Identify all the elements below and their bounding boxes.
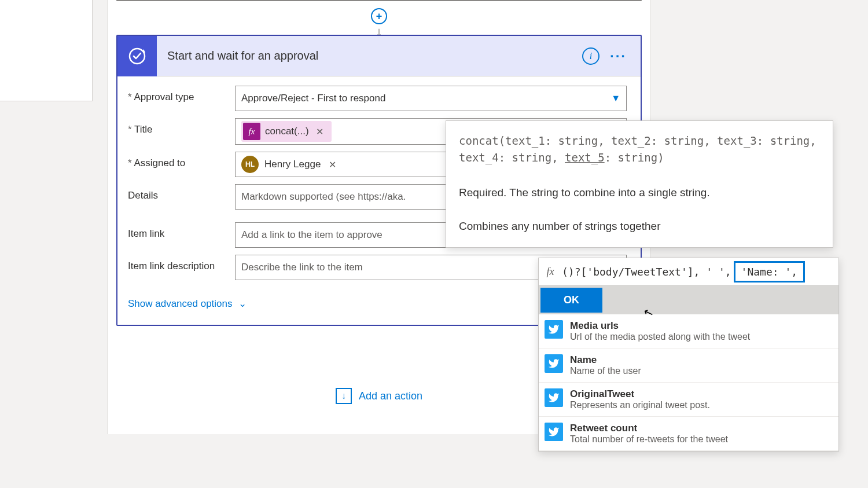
card-menu-button[interactable]: ··· xyxy=(610,48,627,64)
row-approval-type: Approval type Approve/Reject - First to … xyxy=(128,86,627,111)
item-text: OriginalTweet Represents an original twe… xyxy=(570,388,710,410)
left-panel-edge xyxy=(0,0,93,101)
token-label: concat(...) xyxy=(265,126,309,137)
remove-token-button[interactable]: ✕ xyxy=(314,126,326,137)
dynamic-item-name[interactable]: Name Name of the user xyxy=(539,348,838,383)
ok-button[interactable]: OK xyxy=(540,288,602,313)
tooltip-signature: concat(text_1: string, text_2: string, t… xyxy=(459,133,820,167)
item-link-placeholder: Add a link to the item to approve xyxy=(241,229,382,241)
function-tooltip: concat(text_1: string, text_2: string, t… xyxy=(446,120,833,248)
dynamic-item-retweet-count[interactable]: Retweet count Total number of re-tweets … xyxy=(539,417,838,451)
item-text: Retweet count Total number of re-tweets … xyxy=(570,423,728,445)
insert-step-button[interactable]: + xyxy=(371,8,387,24)
twitter-icon xyxy=(545,354,563,373)
item-text: Name Name of the user xyxy=(570,354,641,376)
ok-row: OK xyxy=(539,286,838,314)
expression-input-row: fx ()?['body/TweetText'], ' ', 'Name: ', xyxy=(539,258,838,286)
expr-highlighted: 'Name: ', xyxy=(734,261,806,282)
twitter-icon xyxy=(545,320,563,339)
tooltip-description: Required. The string to combine into a s… xyxy=(459,184,820,236)
info-icon[interactable]: i xyxy=(582,47,599,65)
item-title: Retweet count xyxy=(570,423,728,434)
add-action-label: Add an action xyxy=(359,390,422,402)
label-item-link-desc: Item link description xyxy=(128,255,235,272)
previous-card-bottom xyxy=(116,0,642,1)
person-token[interactable]: HL Henry Legge ✕ xyxy=(241,156,339,173)
dynamic-item-media-urls[interactable]: Media urls Url of the media posted along… xyxy=(539,314,838,348)
label-item-link: Item link xyxy=(128,222,235,240)
tooltip-desc2: Combines any number of strings together xyxy=(459,218,820,235)
approval-type-select[interactable]: Approve/Reject - First to respond ▼ xyxy=(235,86,627,111)
item-sub: Represents an original tweet post. xyxy=(570,400,710,410)
twitter-icon xyxy=(545,423,563,441)
remove-person-button[interactable]: ✕ xyxy=(326,159,339,170)
fx-label: fx xyxy=(539,266,562,278)
adv-toggle-label: Show advanced options xyxy=(128,298,233,310)
approval-icon xyxy=(117,36,157,76)
expression-input[interactable]: ()?['body/TweetText'], ' ', 'Name: ', xyxy=(562,261,838,282)
label-details: Details xyxy=(128,184,235,201)
dynamic-content-list: Media urls Url of the media posted along… xyxy=(539,314,838,451)
sig-current-param: text_5 xyxy=(565,151,605,164)
person-name: Henry Legge xyxy=(264,159,321,170)
twitter-icon xyxy=(545,388,563,407)
item-sub: Url of the media posted along with the t… xyxy=(570,332,750,342)
item-title: OriginalTweet xyxy=(570,388,710,400)
details-placeholder: Markdown supported (see https://aka. xyxy=(241,191,406,203)
label-assigned-to: Assigned to xyxy=(128,152,235,169)
sig-line1: concat(text_1: string, text_2: string, t… xyxy=(459,134,816,147)
card-header: Start and wait for an approval i ··· xyxy=(117,36,641,76)
fx-icon: fx xyxy=(243,123,260,140)
expression-panel: fx ()?['body/TweetText'], ' ', 'Name: ',… xyxy=(538,258,839,452)
card-title: Start and wait for an approval xyxy=(157,49,582,63)
item-sub: Total number of re-tweets for the tweet xyxy=(570,434,728,445)
chevron-down-icon: ▼ xyxy=(611,93,620,104)
expression-token[interactable]: fx concat(...) ✕ xyxy=(241,121,332,142)
tooltip-desc1: Required. The string to combine into a s… xyxy=(459,184,820,201)
expr-left: ()?['body/TweetText'], ' ', xyxy=(562,266,731,278)
avatar: HL xyxy=(241,156,259,173)
label-title: Title xyxy=(128,118,235,135)
add-action-icon: ↓ xyxy=(336,388,352,404)
chevron-down-icon: ⌄ xyxy=(238,298,247,310)
approval-type-value: Approve/Reject - First to respond xyxy=(241,93,385,104)
dynamic-item-originaltweet[interactable]: OriginalTweet Represents an original twe… xyxy=(539,383,838,417)
item-text: Media urls Url of the media posted along… xyxy=(570,320,750,342)
card-actions: i ··· xyxy=(582,47,641,65)
item-title: Name xyxy=(570,354,641,366)
show-advanced-toggle[interactable]: Show advanced options ⌄ xyxy=(128,298,247,310)
label-approval-type: Approval type xyxy=(128,86,235,103)
sig-line2-suf: : string) xyxy=(605,151,664,164)
item-sub: Name of the user xyxy=(570,366,641,376)
item-link-desc-placeholder: Describe the link to the item xyxy=(241,262,363,273)
sig-line2-pre: text_4: string, xyxy=(459,151,565,164)
item-title: Media urls xyxy=(570,320,750,332)
